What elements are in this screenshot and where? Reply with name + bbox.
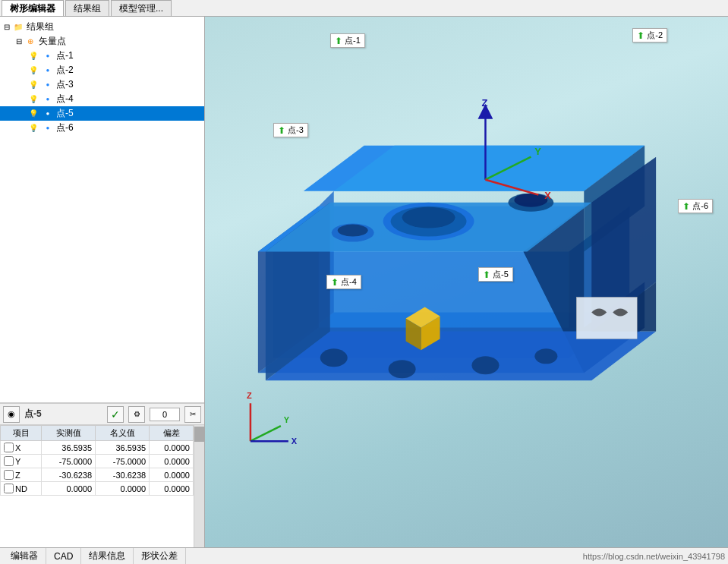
- col-header-item: 项目: [1, 426, 42, 441]
- measure-panel: ◉ 点-5 ✓ ⚙ ✂ 项目 实测值 名义值 偏差: [0, 403, 204, 547]
- svg-point-23: [338, 225, 368, 237]
- left-panel: ⊟ 📁 结果组 ⊟ ⊕ 矢量点 💡 ● 点-1 💡 ● 点-2: [0, 17, 205, 547]
- tree-label-p2: 点-2: [56, 64, 74, 77]
- tree-item-p1[interactable]: 💡 ● 点-1: [0, 49, 204, 63]
- row-z-actual: -30.6238: [42, 468, 96, 482]
- table-row: Z -30.6238 -30.6238 0.0000: [1, 468, 194, 482]
- svg-text:Y: Y: [534, 146, 541, 157]
- row-nd-actual: 0.0000: [42, 482, 96, 496]
- point-label-6: ⬆ 点-6: [678, 199, 713, 213]
- point-icon-p2: ●: [42, 65, 54, 77]
- row-y-nominal: -75.0000: [96, 455, 150, 468]
- point-label-text-5: 点-5: [493, 269, 509, 280]
- point-arrow-4: ⬆: [331, 277, 339, 288]
- tab-result-group[interactable]: 结果组: [65, 0, 109, 16]
- status-bar: 编辑器 CAD 结果信息 形状公差 https://blog.csdn.net/…: [0, 547, 728, 564]
- lightbulb-icon-p4: 💡: [27, 93, 39, 106]
- svg-text:Y: Y: [284, 415, 290, 424]
- point-icon-p3: ●: [42, 79, 54, 91]
- row-x-checkbox[interactable]: [4, 443, 14, 452]
- measure-value-input[interactable]: [150, 408, 180, 421]
- row-nd-item: ND: [1, 482, 42, 496]
- row-z-deviation: 0.0000: [150, 468, 194, 482]
- point-label-2: ⬆ 点-2: [632, 28, 667, 43]
- status-tab-shape-tolerance[interactable]: 形状公差: [134, 548, 186, 565]
- row-x-deviation: 0.0000: [150, 441, 194, 455]
- folder-icon: 📁: [12, 21, 24, 33]
- point-label-3: ⬆ 点-3: [273, 123, 308, 137]
- svg-line-40: [251, 426, 281, 441]
- measure-link-btn[interactable]: ⚙: [128, 406, 145, 423]
- point-label-text-3: 点-3: [288, 124, 304, 136]
- status-tab-editor[interactable]: 编辑器: [3, 548, 46, 565]
- measure-table-wrapper[interactable]: 项目 实测值 名义值 偏差 X 36.5935 36.5935: [0, 425, 194, 547]
- point-label-text-2: 点-2: [647, 30, 663, 41]
- svg-point-31: [471, 356, 499, 374]
- points-icon: ⊕: [24, 36, 36, 48]
- tree-expand-root[interactable]: ⊟: [2, 23, 12, 31]
- tree-label-vertices: 矢量点: [39, 35, 66, 48]
- tree-expand-vertices[interactable]: ⊟: [14, 37, 24, 46]
- status-tab-cad[interactable]: CAD: [46, 548, 81, 565]
- point-label-1: ⬆ 点-1: [330, 33, 365, 48]
- point-arrow-6: ⬆: [682, 201, 690, 212]
- lightbulb-icon-p2: 💡: [27, 65, 39, 77]
- table-row: X 36.5935 36.5935 0.0000: [1, 441, 194, 455]
- tree-label-p4: 点-4: [56, 93, 74, 106]
- row-y-checkbox[interactable]: [4, 456, 14, 466]
- tree-label-root: 结果组: [27, 20, 54, 33]
- svg-rect-24: [576, 297, 637, 339]
- point-label-4: ⬆ 点-4: [326, 275, 361, 289]
- col-header-actual: 实测值: [42, 426, 96, 441]
- svg-point-32: [534, 348, 557, 364]
- table-row: Y -75.0000 -75.0000 0.0000: [1, 455, 194, 468]
- tree-label-p5: 点-5: [56, 107, 74, 120]
- table-scrollbar[interactable]: [194, 425, 204, 547]
- tree-item-vertices[interactable]: ⊟ ⊕ 矢量点: [0, 34, 204, 49]
- svg-text:Z: Z: [481, 97, 487, 109]
- col-header-deviation: 偏差: [150, 426, 194, 441]
- status-info-url: https://blog.csdn.net/weixin_43941798: [583, 552, 725, 561]
- row-x-item: X: [1, 441, 42, 455]
- tab-tree-editor[interactable]: 树形编辑器: [2, 0, 64, 16]
- point-icon-p4: ●: [42, 93, 54, 106]
- tree-item-p2[interactable]: 💡 ● 点-2: [0, 63, 204, 77]
- lightbulb-icon-p5: 💡: [27, 108, 39, 120]
- tree-item-p3[interactable]: 💡 ● 点-3: [0, 77, 204, 92]
- row-z-nominal: -30.6238: [96, 468, 150, 482]
- svg-point-19: [402, 207, 455, 228]
- point-arrow-1: ⬆: [335, 36, 342, 46]
- status-tab-result-info[interactable]: 结果信息: [81, 548, 134, 565]
- point-label-text-4: 点-4: [341, 276, 357, 288]
- table-row: ND 0.0000 0.0000 0.0000: [1, 482, 194, 496]
- point-label-text-6: 点-6: [692, 200, 708, 212]
- tab-bar: 树形编辑器 结果组 模型管理...: [0, 0, 728, 17]
- lightbulb-icon-p3: 💡: [27, 79, 39, 91]
- measure-icon-btn[interactable]: ◉: [3, 406, 20, 423]
- col-header-nominal: 名义值: [96, 426, 150, 441]
- point-icon-p1: ●: [42, 50, 54, 62]
- row-x-nominal: 36.5935: [96, 441, 150, 455]
- measure-check-btn[interactable]: ✓: [107, 406, 124, 423]
- row-nd-checkbox[interactable]: [4, 484, 14, 493]
- tab-model-manager[interactable]: 模型管理...: [111, 0, 172, 16]
- svg-text:X: X: [544, 190, 551, 201]
- tree-item-root[interactable]: ⊟ 📁 结果组: [0, 20, 204, 34]
- svg-point-30: [389, 360, 416, 378]
- svg-point-21: [514, 194, 547, 207]
- viewport-area[interactable]: Z Y X Z Y X ⬆ 点-1 ⬆ 点-2 ⬆ 点-3: [205, 17, 728, 547]
- measure-clear-btn[interactable]: ✂: [184, 406, 201, 423]
- tree-area[interactable]: ⊟ 📁 结果组 ⊟ ⊕ 矢量点 💡 ● 点-1 💡 ● 点-2: [0, 17, 204, 403]
- tree-item-p6[interactable]: 💡 ● 点-6: [0, 121, 204, 135]
- tree-label-p3: 点-3: [56, 78, 74, 91]
- scroll-thumb[interactable]: [194, 427, 204, 442]
- row-z-item: Z: [1, 468, 42, 482]
- measure-point-name: 点-5: [24, 408, 102, 421]
- point-icon-p6: ●: [42, 122, 54, 134]
- tree-item-p5[interactable]: 💡 ● 点-5: [0, 106, 204, 121]
- tree-item-p4[interactable]: 💡 ● 点-4: [0, 92, 204, 106]
- measure-table: 项目 实测值 名义值 偏差 X 36.5935 36.5935: [0, 425, 194, 496]
- row-y-actual: -75.0000: [42, 455, 96, 468]
- model-svg: Z Y X Z Y X: [205, 17, 728, 547]
- row-z-checkbox[interactable]: [4, 470, 14, 480]
